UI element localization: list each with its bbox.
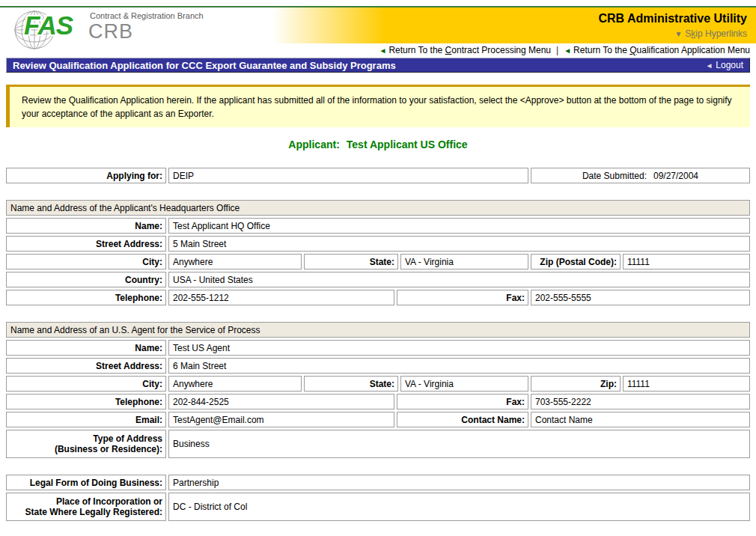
agent-address-type-row: Type of Address (Business or Residence):… <box>6 430 750 458</box>
return-qualification-application-menu-link[interactable]: ◄Return To the Qualification Application… <box>564 45 750 55</box>
agent-zip-value: 11111 <box>623 376 750 392</box>
agent-email-value: TestAgent@Email.com <box>168 412 394 427</box>
agent-state-label: State: <box>304 376 398 392</box>
agent-telephone-label: Telephone: <box>6 394 166 409</box>
hq-fax-label: Fax: <box>397 290 528 305</box>
applicant-heading-label: Applicant: <box>288 138 339 150</box>
return-contract-processing-menu-link[interactable]: ◄Return To the Contract Processing Menu <box>379 45 551 55</box>
agent-state-value: VA - Virginia <box>400 376 528 392</box>
link1-accesskey: C <box>445 45 452 55</box>
agent-name-value: Test US Agent <box>168 340 750 356</box>
agent-city-value: Anywhere <box>168 376 302 392</box>
agent-fax-value: 703-555-2222 <box>531 394 750 409</box>
skip-hyperlinks-link[interactable]: ▼Skip Hyperlinks <box>598 28 747 39</box>
applicant-heading-name: Test Applicant US Office <box>347 138 468 150</box>
applicant-heading: Applicant:Test Applicant US Office <box>0 138 756 150</box>
agent-section-header-row: Name and Address of an U.S. Agent for th… <box>6 322 750 338</box>
return-arrow-icon: ◄ <box>379 46 387 55</box>
agent-street-row: Street Address: 6 Main Street <box>6 358 750 374</box>
hq-street-row: Street Address: 5 Main Street <box>6 236 750 252</box>
hq-zip-label: Zip (Postal Code): <box>531 254 621 269</box>
incorporation-place-label-line2: State Where Legally Registered: <box>25 507 162 517</box>
agent-city-label: City: <box>6 376 166 392</box>
agent-address-type-label: Type of Address (Business or Residence): <box>6 430 166 458</box>
date-submitted-label: Date Submitted: <box>582 171 647 181</box>
agent-street-label: Street Address: <box>6 358 166 374</box>
logo-crb-text: CRB <box>88 20 133 43</box>
date-submitted-value: 09/27/2004 <box>653 171 698 181</box>
agent-zip-label: Zip: <box>531 376 621 392</box>
agent-contact-name-value: Contact Name <box>531 412 750 427</box>
hq-street-value: 5 Main Street <box>168 236 750 252</box>
agent-street-value: 6 Main Street <box>168 358 750 374</box>
agent-address-type-label-line1: Type of Address <box>93 433 162 444</box>
return-arrow-icon: ◄ <box>564 46 571 55</box>
hq-country-row: Country: USA - United States <box>6 272 750 287</box>
hq-telephone-value: 202-555-1212 <box>168 290 394 305</box>
incorporation-place-label: Place of Incorporation or State Where Le… <box>6 493 166 521</box>
logo-fas-text: FAS <box>24 10 73 40</box>
hq-fax-value: 202-555-5555 <box>531 290 750 305</box>
hq-country-label: Country: <box>6 272 166 287</box>
agent-name-row: Name: Test US Agent <box>6 340 750 356</box>
page: FAS Contract & Registration Branch CRB C… <box>0 0 756 536</box>
logo-branch-text: Contract & Registration Branch <box>90 11 204 20</box>
hq-city-label: City: <box>6 254 166 269</box>
page-title: Review Qualification Application for CCC… <box>13 60 396 71</box>
agent-address-type-label-line2: (Business or Residence): <box>55 444 162 454</box>
app-title: CRB Administrative Utility <box>598 12 747 25</box>
legal-form-value: Partnership <box>168 475 750 490</box>
link2-text-post: ualification Application Menu <box>637 45 750 55</box>
fas-crb-logo: FAS Contract & Registration Branch CRB <box>13 7 223 52</box>
applying-for-row: Applying for: DEIP Date Submitted: 09/27… <box>6 168 750 183</box>
skip-text-post: ip Hyperlinks <box>695 28 747 39</box>
incorporation-place-label-line1: Place of Incorporation or <box>56 496 162 507</box>
hq-section-header: Name and Address of the Applicant's Head… <box>6 200 750 216</box>
hq-telephone-label: Telephone: <box>6 290 166 305</box>
agent-name-label: Name: <box>6 340 166 356</box>
applying-for-value: DEIP <box>168 168 528 183</box>
legal-form-label: Legal Form of Doing Business: <box>6 475 166 490</box>
hq-state-label: State: <box>304 254 398 269</box>
hq-name-value: Test Applicant HQ Office <box>168 218 750 234</box>
link1-text-pre: Return To the <box>388 45 445 55</box>
logout-arrow-icon: ◄ <box>705 61 713 70</box>
hq-city-state-zip-row: City: Anywhere State: VA - Virginia Zip … <box>6 254 750 269</box>
legal-form-row: Legal Form of Doing Business: Partnershi… <box>6 475 750 490</box>
agent-city-state-zip-row: City: Anywhere State: VA - Virginia Zip:… <box>6 376 750 392</box>
agent-phone-fax-row: Telephone: 202-844-2525 Fax: 703-555-222… <box>6 394 750 409</box>
agent-telephone-value: 202-844-2525 <box>168 394 394 409</box>
hq-city-value: Anywhere <box>168 254 302 269</box>
hq-street-label: Street Address: <box>6 236 166 252</box>
agent-contact-name-label: Contact Name: <box>397 412 528 427</box>
hq-zip-value: 11111 <box>623 254 750 269</box>
hq-state-value: VA - Virginia <box>400 254 528 269</box>
hq-name-row: Name: Test Applicant HQ Office <box>6 218 750 234</box>
hq-country-value: USA - United States <box>168 272 750 287</box>
agent-email-contact-row: Email: TestAgent@Email.com Contact Name:… <box>6 412 750 427</box>
link2-accesskey: Q <box>630 45 636 55</box>
hq-name-label: Name: <box>6 218 166 234</box>
page-title-bar: Review Qualification Application for CCC… <box>6 58 750 73</box>
logout-link[interactable]: ◄Logout <box>705 60 743 70</box>
link1-text-post: ontract Processing Menu <box>451 45 551 55</box>
skip-down-arrow-icon: ▼ <box>674 30 682 38</box>
masthead: FAS Contract & Registration Branch CRB C… <box>0 7 756 43</box>
link2-text-pre: Return To the <box>573 45 630 55</box>
incorporation-place-value: DC - District of Col <box>168 493 750 521</box>
incorporation-place-row: Place of Incorporation or State Where Le… <box>6 493 750 521</box>
agent-section-header: Name and Address of an U.S. Agent for th… <box>6 322 750 338</box>
hq-phone-fax-row: Telephone: 202-555-1212 Fax: 202-555-555… <box>6 290 750 305</box>
nav-separator: | <box>556 45 558 55</box>
hq-section-header-row: Name and Address of the Applicant's Head… <box>6 200 750 216</box>
instruction-message: Review the Qualification Application her… <box>6 85 750 127</box>
logout-label: Logout <box>716 60 743 70</box>
application-details: Applying for: DEIP Date Submitted: 09/27… <box>0 168 756 521</box>
date-submitted-cell: Date Submitted: 09/27/2004 <box>531 168 750 183</box>
agent-email-label: Email: <box>6 412 166 427</box>
applying-for-label: Applying for: <box>6 168 166 183</box>
agent-address-type-value: Business <box>168 430 750 458</box>
agent-fax-label: Fax: <box>397 394 528 409</box>
